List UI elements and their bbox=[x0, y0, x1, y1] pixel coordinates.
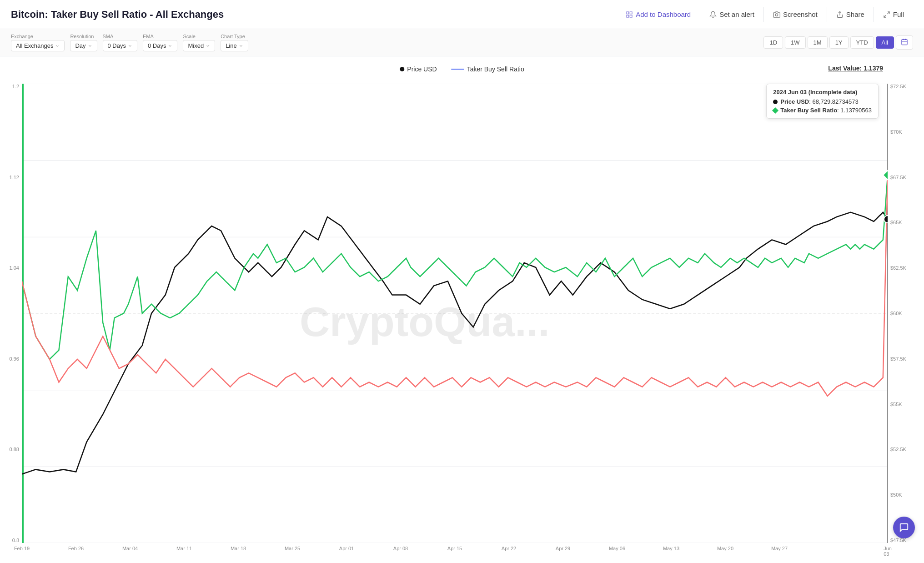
legend-taker-label: Taker Buy Sell Ratio bbox=[467, 65, 524, 73]
y-left-tick: 0.96 bbox=[10, 356, 19, 362]
chevron-down-icon bbox=[239, 44, 243, 48]
ema-dropdown-group: EMA 0 Days bbox=[143, 34, 177, 51]
set-alert-button[interactable]: Set an alert bbox=[700, 7, 763, 22]
scale-dropdown[interactable]: Mixed bbox=[183, 40, 215, 51]
y-right-tick: $52.5K bbox=[890, 447, 906, 452]
time-1m-button[interactable]: 1M bbox=[808, 36, 828, 49]
chat-button[interactable] bbox=[893, 517, 915, 538]
y-left-tick: 1.2 bbox=[12, 84, 19, 89]
dashboard-icon bbox=[626, 11, 633, 18]
sma-label: SMA bbox=[103, 34, 137, 39]
calendar-button[interactable] bbox=[896, 35, 913, 50]
svg-line-6 bbox=[887, 12, 889, 14]
tooltip-price-row: Price USD: 68,729.82734573 bbox=[773, 98, 872, 105]
resolution-dropdown-group: Resolution Day bbox=[70, 34, 97, 51]
toolbar: Exchange All Exchanges Resolution Day SM… bbox=[0, 29, 924, 56]
chevron-down-icon bbox=[55, 44, 60, 48]
chart-legend: Price USD Taker Buy Sell Ratio bbox=[400, 65, 524, 73]
screenshot-button[interactable]: Screenshot bbox=[763, 7, 827, 22]
time-1d-button[interactable]: 1D bbox=[763, 36, 783, 49]
y-right-tick: $62.5K bbox=[890, 265, 906, 271]
y-left-tick: 1.12 bbox=[10, 175, 19, 180]
camera-icon bbox=[773, 11, 780, 18]
time-ytd-button[interactable]: YTD bbox=[850, 36, 874, 49]
x-tick: Apr 15 bbox=[447, 546, 462, 551]
chart-type-dropdown-group: Chart Type Line bbox=[221, 34, 248, 51]
x-axis: Feb 19 Feb 26 Mar 04 Mar 11 Mar 18 Mar 2… bbox=[22, 543, 888, 561]
x-tick: Feb 26 bbox=[68, 546, 84, 551]
chevron-down-icon bbox=[168, 44, 172, 48]
svg-text:CryptoQua...: CryptoQua... bbox=[300, 299, 550, 345]
tooltip-price-dot bbox=[773, 100, 778, 104]
calendar-icon bbox=[901, 38, 908, 45]
header: Bitcoin: Taker Buy Sell Ratio - All Exch… bbox=[0, 0, 924, 29]
y-left-tick: 1.04 bbox=[10, 265, 19, 271]
x-tick: May 06 bbox=[609, 546, 625, 551]
y-left-tick: 0.8 bbox=[12, 538, 19, 543]
legend-price-label: Price USD bbox=[407, 65, 437, 73]
sma-dropdown[interactable]: 0 Days bbox=[103, 40, 137, 51]
x-tick: May 13 bbox=[663, 546, 679, 551]
x-tick: May 27 bbox=[771, 546, 788, 551]
y-axis-right: $72.5K $70K $67.5K $65K $62.5K $60K $57.… bbox=[888, 84, 924, 543]
x-tick: Mar 04 bbox=[122, 546, 138, 551]
tooltip-price-label: Price USD: 68,729.82734573 bbox=[780, 98, 858, 105]
ema-dropdown[interactable]: 0 Days bbox=[143, 40, 177, 51]
scale-label: Scale bbox=[183, 34, 215, 39]
share-icon bbox=[836, 11, 844, 18]
time-1w-button[interactable]: 1W bbox=[785, 36, 806, 49]
scale-dropdown-group: Scale Mixed bbox=[183, 34, 215, 51]
share-button[interactable]: Share bbox=[827, 7, 874, 22]
svg-rect-8 bbox=[902, 40, 907, 45]
chevron-down-icon bbox=[88, 44, 92, 48]
tooltip-ratio-row: Taker Buy Sell Ratio: 1.13790563 bbox=[773, 107, 872, 114]
svg-point-4 bbox=[775, 14, 778, 16]
chat-icon bbox=[899, 523, 909, 533]
ratio-cursor-dot bbox=[883, 171, 888, 180]
chevron-down-icon bbox=[128, 44, 132, 48]
chevron-down-icon bbox=[206, 44, 210, 48]
chart-container: Price USD Taker Buy Sell Ratio Last Valu… bbox=[0, 56, 924, 561]
price-cursor-dot bbox=[884, 216, 888, 223]
taker-ratio-line bbox=[452, 69, 464, 70]
y-right-tick: $50K bbox=[890, 492, 902, 498]
exchange-label: Exchange bbox=[11, 34, 65, 39]
resolution-dropdown[interactable]: Day bbox=[70, 40, 97, 51]
ema-label: EMA bbox=[143, 34, 177, 39]
svg-rect-1 bbox=[630, 12, 633, 14]
x-tick: Mar 25 bbox=[285, 546, 300, 551]
resolution-label: Resolution bbox=[70, 34, 97, 39]
x-tick: Mar 11 bbox=[176, 546, 192, 551]
toolbar-left: Exchange All Exchanges Resolution Day SM… bbox=[11, 34, 248, 51]
y-right-tick: $70K bbox=[890, 129, 902, 135]
y-right-tick: $60K bbox=[890, 311, 902, 316]
price-usd-dot bbox=[400, 67, 404, 71]
tooltip-ratio-label: Taker Buy Sell Ratio: 1.13790563 bbox=[780, 107, 872, 114]
y-right-tick: $72.5K bbox=[890, 84, 906, 89]
svg-rect-3 bbox=[630, 15, 633, 17]
fullscreen-icon bbox=[883, 11, 890, 18]
x-tick: Jun 03 bbox=[884, 546, 892, 557]
x-tick: Apr 08 bbox=[393, 546, 408, 551]
time-1y-button[interactable]: 1Y bbox=[829, 36, 849, 49]
svg-rect-2 bbox=[627, 15, 629, 17]
chart-type-label: Chart Type bbox=[221, 34, 248, 39]
y-axis-left: 1.2 1.12 1.04 0.96 0.88 0.8 bbox=[0, 84, 22, 543]
full-button[interactable]: Full bbox=[874, 7, 913, 22]
exchange-dropdown-group: Exchange All Exchanges bbox=[11, 34, 65, 51]
y-right-tick: $67.5K bbox=[890, 175, 906, 180]
taker-ratio-red-line bbox=[22, 176, 888, 396]
x-tick: May 20 bbox=[717, 546, 733, 551]
chart-type-dropdown[interactable]: Line bbox=[221, 40, 248, 51]
legend-taker-ratio: Taker Buy Sell Ratio bbox=[452, 65, 524, 73]
exchange-dropdown[interactable]: All Exchanges bbox=[11, 40, 65, 51]
legend-price-usd: Price USD bbox=[400, 65, 437, 73]
tooltip-ratio-diamond bbox=[772, 107, 778, 113]
x-tick: Apr 22 bbox=[502, 546, 516, 551]
header-actions: Add to Dashboard Set an alert Screenshot… bbox=[617, 7, 913, 22]
time-all-button[interactable]: All bbox=[876, 36, 894, 49]
svg-line-7 bbox=[884, 15, 886, 17]
add-to-dashboard-button[interactable]: Add to Dashboard bbox=[617, 7, 700, 22]
y-left-tick: 0.88 bbox=[10, 447, 19, 452]
y-right-tick: $65K bbox=[890, 220, 902, 225]
